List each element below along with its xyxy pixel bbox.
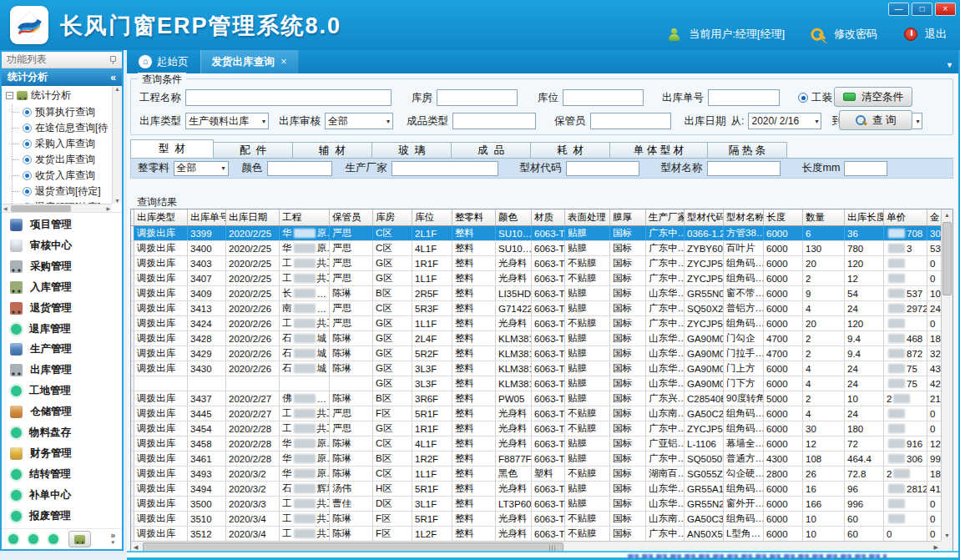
table-row[interactable]: 调拨出库34612020/2/28华原…陈琳B区1R2F整料F8877FT606… — [131, 452, 941, 467]
sidebar-item-工地管理[interactable]: 工地管理 — [2, 384, 122, 398]
table-row[interactable]: 调拨出库34302020/2/26石城陈琳G区3L3F整料KLM38176063… — [131, 361, 941, 376]
overflow-chevron[interactable]: » — [110, 532, 115, 546]
table-row[interactable]: 调拨出库34242020/2/26工共工程严思G区1L1F整料光身料6063-T… — [131, 316, 941, 331]
out-type-select[interactable]: 生产领料出库▾ — [185, 113, 269, 129]
warehouse-input[interactable] — [437, 89, 518, 106]
sidebar-item-补单中心[interactable]: 补单中心 — [2, 488, 122, 502]
tree-item[interactable]: 预算执行查询 — [13, 104, 122, 120]
sidebar-item-采购管理[interactable]: 采购管理 — [2, 260, 122, 274]
sidebar-item-仓储管理[interactable]: 仓储管理 — [2, 405, 122, 419]
profile-code-input[interactable] — [566, 161, 639, 176]
grid-vertical-scrollbar[interactable] — [941, 209, 952, 541]
sidebar-item-审核中心[interactable]: 审核中心 — [2, 239, 122, 253]
column-header[interactable]: 生产厂家 — [646, 209, 685, 225]
clear-conditions-button[interactable]: 清空条件 — [834, 87, 912, 107]
project-name-input[interactable] — [185, 89, 392, 106]
green-dot-icon[interactable] — [48, 534, 58, 544]
sidebar-item-结转管理[interactable]: 结转管理 — [2, 467, 122, 482]
table-row[interactable]: 调拨出库33992020/2/25华原…严思C区2L1F整料SU10…6063-… — [131, 226, 941, 241]
column-header[interactable]: 库位 — [412, 209, 452, 225]
column-header[interactable]: 库房 — [373, 209, 412, 225]
column-header[interactable]: 出库单号 — [188, 209, 226, 225]
tree-item[interactable]: 在途信息查询[待 — [13, 120, 122, 136]
table-row[interactable]: 调拨出库34282020/2/26石城陈琳G区2L4F整料KLM38176063… — [131, 331, 941, 346]
tree-item[interactable]: 收货入库查询 — [13, 168, 122, 184]
column-header[interactable]: 出库日期 — [226, 209, 280, 225]
stats-group-header[interactable]: 统计分析 « — [2, 68, 122, 86]
scrollbar-thumb[interactable] — [11, 205, 71, 212]
minimize-button[interactable]: — — [888, 3, 909, 16]
sidebar-item-退库管理[interactable]: 退库管理 — [2, 322, 122, 336]
column-header[interactable]: 表面处理 — [565, 209, 610, 225]
column-header[interactable]: 材质 — [532, 209, 565, 225]
green-dot-icon[interactable] — [8, 534, 18, 544]
material-tab-6[interactable]: 耗 材 — [530, 142, 610, 158]
length-input[interactable] — [844, 161, 887, 176]
table-row[interactable]: G区3L3F整料KLM38176063-T5贴膜国标山东华…GA90M09.门下… — [131, 376, 941, 391]
search-button[interactable]: 查 询 — [839, 110, 912, 130]
table-row[interactable]: 调拨出库35002020/3/3工共工程曹佳D区3L1F整料LT3P606063… — [131, 497, 941, 512]
date-from-picker[interactable]: 2020/ 2/16▾ — [748, 113, 821, 129]
pin-icon[interactable] — [109, 55, 117, 65]
sidebar-item-入库管理[interactable]: 入库管理 — [2, 280, 122, 295]
column-header[interactable]: 长度 — [764, 209, 803, 225]
material-tab-3[interactable]: 辅 材 — [292, 142, 372, 158]
radio-work-install[interactable]: 工装 — [798, 91, 832, 105]
table-row[interactable]: 调拨出库35122020/3/4工共工程陈琳F区1L2F整料光身料6063-T5… — [131, 527, 941, 541]
sidebar-item-物料盘存[interactable]: 物料盘存 — [2, 426, 122, 440]
tree-vertical-scrollbar[interactable] — [112, 86, 122, 204]
tab-shipping-outbound-query[interactable]: 发货出库查询 × — [200, 50, 299, 73]
column-header[interactable]: 出库类型 — [134, 209, 188, 225]
table-row[interactable]: 调拨出库34372020/2/27佛…陈琳B区3R6F整料PW056063-T5… — [131, 391, 941, 406]
table-row[interactable]: 调拨出库34542020/2/28工共工程严思G区1R1F整料光身料6063-T… — [131, 421, 941, 436]
close-button[interactable]: × — [935, 3, 956, 16]
column-header[interactable]: 工程 — [280, 209, 330, 225]
tree-horizontal-scrollbar[interactable] — [2, 204, 112, 212]
audit-select[interactable]: 全部▾ — [325, 113, 393, 129]
sidebar-item-退货管理[interactable]: 退货管理 — [2, 301, 122, 315]
table-row[interactable]: 调拨出库34002020/2/25华原…严思C区4L1F整料SU10…6063-… — [131, 241, 941, 256]
change-password-link[interactable]: 修改密码 — [834, 27, 877, 42]
column-header[interactable]: 颜色 — [496, 209, 532, 225]
cart-footer-button[interactable] — [68, 531, 91, 547]
tree-collapse-icon[interactable] — [6, 92, 13, 99]
material-tab-1[interactable]: 型 材 — [130, 139, 214, 158]
material-tab-8[interactable]: 隔 热 条 — [707, 142, 787, 158]
color-input[interactable] — [267, 161, 332, 176]
table-row[interactable]: 调拨出库34452020/2/27工共工程严思F区5R1F整料光身料6063-T… — [131, 406, 941, 421]
tree-root[interactable]: 统计分析 — [2, 86, 122, 104]
table-row[interactable]: 调拨出库34582020/2/28华原…陈琳C区4L1F整料光身料6063-T5… — [131, 436, 941, 452]
column-header[interactable]: 型材代码 — [685, 209, 724, 225]
column-header[interactable]: 单价 — [884, 209, 927, 225]
order-no-input[interactable] — [708, 89, 780, 106]
table-row[interactable]: 调拨出库34942020/3/2石辉城汤伟H区5R1F整料光身料6063-T5贴… — [131, 482, 941, 497]
tree-item[interactable]: 退货查询[待定] — [13, 184, 122, 199]
table-row[interactable]: 调拨出库34292020/2/26石城陈琳G区5R2F整料KLM38176063… — [131, 346, 941, 361]
tab-list-dropdown-icon[interactable]: ▼ — [946, 61, 953, 69]
table-row[interactable]: 调拨出库34132020/2/26南…严思C区5R3F整料G714226063-… — [131, 301, 941, 316]
tab-close-icon[interactable]: × — [280, 56, 287, 68]
tab-home[interactable]: ⌂ 起始页 — [127, 50, 200, 73]
sidebar-item-生产管理[interactable]: 生产管理 — [2, 342, 122, 356]
product-type-input[interactable] — [452, 113, 536, 129]
material-tab-5[interactable]: 成 品 — [451, 142, 531, 158]
tree-item[interactable]: 发货出库查询 — [13, 152, 122, 168]
column-header[interactable]: 膜厚 — [610, 209, 646, 225]
column-header[interactable]: 数量 — [803, 209, 845, 225]
logout-link[interactable]: 退出 — [925, 27, 947, 42]
material-tab-7[interactable]: 单 体 型 材 — [609, 142, 708, 158]
column-header[interactable]: 型材名称 — [724, 209, 764, 225]
column-header[interactable]: 整零料 — [452, 209, 496, 225]
maximize-button[interactable]: □ — [912, 3, 932, 16]
sidebar-item-项目管理[interactable]: 项目管理 — [2, 218, 122, 232]
green-dot-icon[interactable] — [28, 534, 38, 544]
profile-name-input[interactable] — [707, 161, 781, 176]
location-input[interactable] — [563, 89, 644, 106]
table-row[interactable]: 调拨出库34932020/3/2华原…陈琳C区1L1F整料黑色塑料不贴膜国标湖南… — [131, 467, 941, 482]
part-select[interactable]: 全部▾ — [174, 161, 229, 176]
table-row[interactable]: 调拨出库34072020/2/25工共工程严思G区1L1F整料光身料6063-T… — [131, 271, 941, 286]
table-row[interactable]: 调拨出库35102020/3/4工共工程陈琳F区5R1F整料光身料6063-T5… — [131, 512, 941, 527]
material-tab-2[interactable]: 配 件 — [213, 142, 293, 158]
column-header[interactable]: 保管员 — [330, 209, 373, 225]
maker-input[interactable] — [392, 161, 498, 176]
